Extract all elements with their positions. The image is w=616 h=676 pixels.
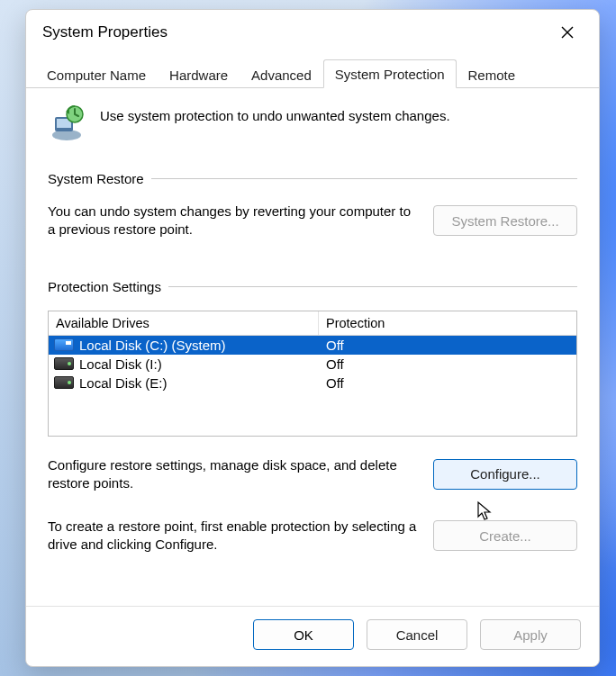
create-desc: To create a restore point, first enable … [48,518,417,554]
tabstrip: Computer Name Hardware Advanced System P… [26,59,599,88]
drive-icon [54,376,74,389]
tab-system-protection[interactable]: System Protection [323,59,457,88]
drive-name: Local Disk (E:) [79,375,168,391]
drive-protection: Off [319,338,576,353]
drive-protection: Off [319,375,576,391]
apply-button[interactable]: Apply [480,619,581,650]
drives-listbox[interactable]: Available Drives Protection Local Disk (… [48,311,577,437]
create-button[interactable]: Create... [433,520,577,551]
drive-row[interactable]: Local Disk (E:) Off [49,374,576,392]
tab-computer-name[interactable]: Computer Name [35,60,158,88]
group-divider [151,178,577,179]
cancel-button[interactable]: Cancel [367,619,467,650]
close-button[interactable] [548,19,586,46]
desktop-wallpaper: System Properties Computer Name Hardware… [0,0,616,676]
tab-hardware[interactable]: Hardware [158,60,240,88]
col-header-protection[interactable]: Protection [319,311,576,335]
group-label-protection: Protection Settings [48,279,161,294]
drives-header: Available Drives Protection [49,311,576,336]
drive-name: Local Disk (C:) (System) [79,338,226,353]
system-restore-button[interactable]: System Restore... [433,205,577,236]
tab-remote[interactable]: Remote [457,60,528,88]
restore-desc: You can undo system changes by reverting… [48,203,417,239]
drive-row[interactable]: Local Disk (C:) (System) Off [49,336,576,355]
group-protection-settings: Protection Settings Available Drives Pro… [48,279,577,554]
configure-button[interactable]: Configure... [433,459,577,490]
drive-icon [54,338,74,351]
intro-text: Use system protection to undo unwanted s… [100,104,450,123]
system-protection-icon [48,104,86,142]
system-properties-dialog: System Properties Computer Name Hardware… [25,9,600,667]
configure-desc: Configure restore settings, manage disk … [48,456,417,493]
drive-name: Local Disk (I:) [79,356,162,372]
ok-button[interactable]: OK [253,619,354,650]
group-divider [168,286,577,287]
col-header-drives[interactable]: Available Drives [49,311,319,335]
intro-row: Use system protection to undo unwanted s… [48,104,577,142]
group-system-restore: System Restore You can undo system chang… [48,171,577,239]
window-title: System Properties [42,23,168,41]
titlebar: System Properties [26,10,599,51]
drive-protection: Off [319,356,576,372]
drive-row[interactable]: Local Disk (I:) Off [49,355,576,374]
dialog-footer: OK Cancel Apply [26,606,599,666]
group-label-restore: System Restore [48,171,144,186]
tab-body: Use system protection to undo unwanted s… [26,88,599,606]
tab-advanced[interactable]: Advanced [240,60,323,88]
drive-icon [54,357,74,370]
close-icon [561,26,574,39]
